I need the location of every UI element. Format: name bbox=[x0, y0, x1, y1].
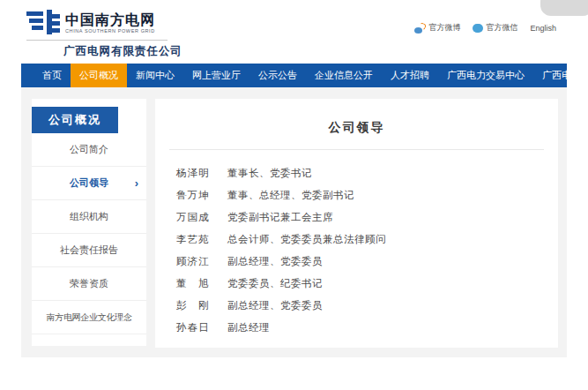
leader-name: 杨泽明 bbox=[176, 168, 219, 178]
content-area: 公司概况 公司简介 › 公司领导 › 组织机构 › 社会责 bbox=[21, 87, 567, 357]
leader-name: 顾济江 bbox=[176, 256, 219, 266]
wechat-icon bbox=[473, 24, 483, 33]
logo-top-row: 中国南方电网 CHINA SOUTHERN POWER GRID bbox=[26, 10, 167, 41]
sidebar-item[interactable]: 公司简介 › bbox=[32, 133, 146, 167]
brand-name-en: CHINA SOUTHERN POWER GRID bbox=[65, 28, 155, 34]
sidebar-item[interactable]: 公司领导 › bbox=[32, 167, 146, 200]
main-panel: 公司领导 杨泽明 董事长、党委书记 鲁万坤 董事、总经理、党委副书记 万国成 党… bbox=[155, 99, 558, 348]
corner-decoration bbox=[540, 0, 588, 16]
sidebar: 公司概况 公司简介 › 公司领导 › 组织机构 › 社会责 bbox=[32, 99, 146, 346]
chevron-right-icon: › bbox=[135, 167, 138, 199]
main-nav: 首页 公司概况 新闻中心 网上营业厅 公示公告 企业信息公开 人才招聘 广西电力… bbox=[21, 64, 567, 87]
leader-title: 副总经理、党委委员 bbox=[227, 300, 323, 311]
leader-row: 万国成 党委副书记兼工会主席 bbox=[176, 212, 540, 222]
sidebar-item-label: 南方电网企业文化理念 bbox=[46, 312, 131, 322]
brand-name-cn: 中国南方电网 bbox=[65, 12, 155, 27]
nav-item[interactable]: 企业信息公开 bbox=[306, 64, 382, 87]
leader-name: 孙春日 bbox=[176, 322, 219, 333]
sidebar-item[interactable]: 组织机构 › bbox=[32, 200, 146, 234]
leader-title: 总会计师、党委委员兼总法律顾问 bbox=[227, 234, 386, 244]
leader-row: 董 旭 党委委员、纪委书记 bbox=[176, 278, 540, 289]
logo[interactable]: 中国南方电网 CHINA SOUTHERN POWER GRID 广西电网有限责… bbox=[26, 10, 167, 59]
page-title: 公司领导 bbox=[169, 99, 544, 149]
nav-item[interactable]: 网上营业厅 bbox=[183, 64, 249, 87]
sidebar-item-label: 组织机构 bbox=[70, 211, 108, 221]
nav-item[interactable]: 新闻中心 bbox=[127, 64, 183, 87]
nav-item[interactable]: 公示公告 bbox=[249, 64, 306, 87]
header-links: 官方微博 官方微信 English bbox=[407, 22, 556, 34]
leader-name: 彭 刚 bbox=[176, 300, 219, 311]
nav-item[interactable]: 广西电力期刊 bbox=[533, 64, 588, 87]
weibo-link[interactable]: 官方微博 bbox=[414, 22, 460, 34]
sidebar-item[interactable]: 荣誉资质 › bbox=[32, 267, 146, 301]
leader-name: 董 旭 bbox=[176, 278, 219, 289]
leader-row: 鲁万坤 董事、总经理、党委副书记 bbox=[176, 190, 540, 200]
leader-row: 顾济江 副总经理、党委委员 bbox=[176, 256, 540, 266]
leader-name: 鲁万坤 bbox=[176, 190, 219, 200]
sidebar-item[interactable]: 社会责任报告 › bbox=[32, 234, 146, 267]
leader-name: 李艺苑 bbox=[176, 234, 219, 244]
leader-title: 党委委员、纪委书记 bbox=[227, 278, 323, 289]
leader-title: 副总经理 bbox=[227, 322, 270, 333]
subsidiary-name: 广西电网有限责任公司 bbox=[63, 44, 167, 59]
wechat-link[interactable]: 官方微信 bbox=[473, 22, 517, 34]
weibo-label: 官方微博 bbox=[428, 22, 460, 34]
nav-item[interactable]: 首页 bbox=[33, 64, 71, 87]
weibo-icon bbox=[414, 23, 426, 34]
sidebar-title: 公司概况 bbox=[32, 107, 118, 133]
leader-row: 孙春日 副总经理 bbox=[176, 322, 540, 333]
csg-logo-icon bbox=[26, 10, 60, 36]
nav-item[interactable]: 人才招聘 bbox=[382, 64, 438, 87]
leader-title: 董事、总经理、党委副书记 bbox=[227, 190, 354, 200]
sidebar-item-label: 社会责任报告 bbox=[60, 244, 118, 255]
leader-row: 杨泽明 董事长、党委书记 bbox=[176, 168, 540, 178]
english-link[interactable]: English bbox=[530, 24, 556, 33]
site-header: 中国南方电网 CHINA SOUTHERN POWER GRID 广西电网有限责… bbox=[0, 0, 588, 64]
english-label: English bbox=[530, 24, 556, 33]
nav-item[interactable]: 公司概况 bbox=[71, 64, 127, 87]
leaders-list: 杨泽明 董事长、党委书记 鲁万坤 董事、总经理、党委副书记 万国成 党委副书记兼… bbox=[169, 150, 544, 333]
sidebar-menu: 公司简介 › 公司领导 › 组织机构 › 社会责任报告 › bbox=[32, 133, 146, 334]
leader-row: 李艺苑 总会计师、党委委员兼总法律顾问 bbox=[176, 234, 540, 244]
sidebar-item-label: 公司领导 bbox=[70, 177, 108, 188]
leader-title: 董事长、党委书记 bbox=[227, 168, 312, 178]
leader-name: 万国成 bbox=[176, 212, 219, 222]
wechat-label: 官方微信 bbox=[486, 22, 517, 34]
sidebar-item-label: 荣誉资质 bbox=[70, 278, 108, 289]
leader-title: 副总经理、党委委员 bbox=[227, 256, 323, 266]
sidebar-item-label: 公司简介 bbox=[70, 144, 108, 154]
leader-title: 党委副书记兼工会主席 bbox=[227, 212, 333, 222]
leader-row: 彭 刚 副总经理、党委委员 bbox=[176, 300, 540, 311]
nav-item[interactable]: 广西电力交易中心 bbox=[438, 64, 533, 87]
brand-text-block: 中国南方电网 CHINA SOUTHERN POWER GRID bbox=[65, 10, 155, 34]
sidebar-item[interactable]: 南方电网企业文化理念 › bbox=[32, 301, 146, 334]
